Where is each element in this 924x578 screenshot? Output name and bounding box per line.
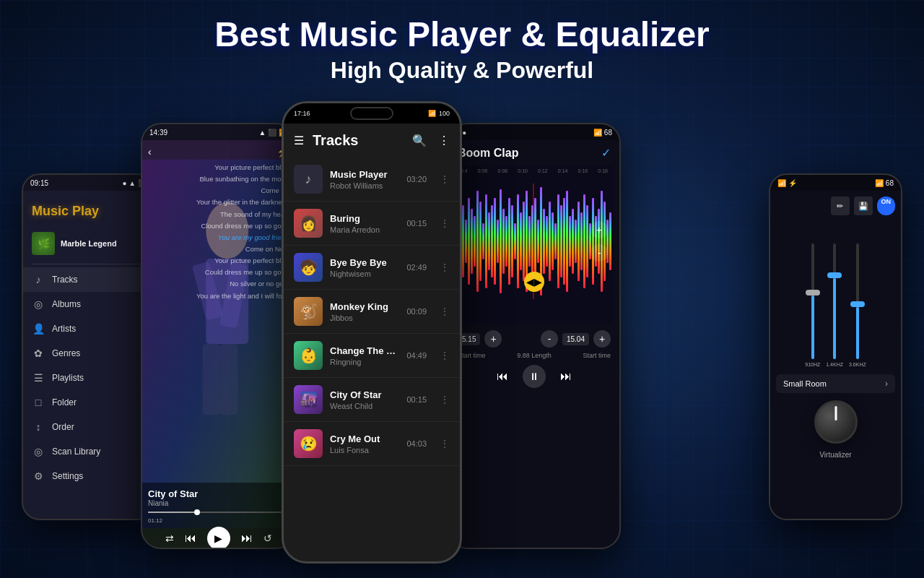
room-type-selector[interactable]: Small Room › xyxy=(776,374,895,393)
zoom-out-button[interactable]: - xyxy=(590,244,608,262)
track-item-6[interactable]: 🌆 City Of Star Weast Child 00:15 ⋮ xyxy=(284,378,460,422)
track-item-2[interactable]: 👩 Buring Maria Arredon 00:15 ⋮ xyxy=(284,202,460,246)
lyrics-line-highlight: You are my good friend xyxy=(196,232,289,243)
main-subtitle: High Quality & Powerful xyxy=(0,57,924,84)
svg-rect-42 xyxy=(557,194,559,288)
track-thumb-person-2: 👩 xyxy=(300,215,318,232)
track-item-4[interactable]: 🐒 Monkey King Jibbos 00:09 ⋮ xyxy=(284,290,460,334)
track-more-2[interactable]: ⋮ xyxy=(440,217,450,229)
eq-start-plus[interactable]: + xyxy=(484,330,502,348)
sidebar-item-artists[interactable]: 👤 Artists xyxy=(23,316,154,341)
sidebar-item-genres[interactable]: ✿ Genres xyxy=(23,341,154,366)
svg-rect-28 xyxy=(517,194,519,288)
lyrics-shuffle-button[interactable]: ⇄ xyxy=(165,532,174,544)
lyrics-next-button[interactable]: ⏭ xyxy=(241,532,253,545)
track-thumb-person-3: 🧒 xyxy=(300,259,318,276)
zoom-in-button[interactable]: + xyxy=(590,221,608,238)
track-duration-6: 00:15 xyxy=(406,395,427,404)
eq-pause-button[interactable]: ⏸ xyxy=(523,365,546,388)
lyrics-line-5: The sound of my heart xyxy=(196,209,289,220)
track-name-7: Cry Me Out xyxy=(330,434,399,444)
eq-status-right: 📶 68 xyxy=(593,129,612,137)
settings-icon: ⚙ xyxy=(32,470,45,482)
battery-indicator: 100 xyxy=(439,110,450,117)
lyrics-line-9: Could dress me up so good xyxy=(196,267,289,278)
sidebar-status-bar: 09:15 ● ▲ ⬛ xyxy=(23,175,154,191)
track-more-5[interactable]: ⋮ xyxy=(440,350,450,361)
track-more-3[interactable]: ⋮ xyxy=(440,262,450,273)
search-icon[interactable]: 🔍 xyxy=(412,134,427,147)
lyrics-repeat-button[interactable]: ↺ xyxy=(263,532,272,544)
track-thumb-person-5: 👶 xyxy=(300,347,318,364)
hamburger-menu-icon[interactable]: ☰ xyxy=(294,134,304,147)
fader-rail-1 xyxy=(811,243,814,359)
lyrics-line-7: Come on Now xyxy=(196,243,289,255)
virt-toggle-on[interactable]: ON xyxy=(877,197,896,215)
overflow-menu-icon[interactable]: ⋮ xyxy=(438,134,450,147)
track-artist-1: Robot Williams xyxy=(330,181,399,190)
eq-labels-row: Start time 9.88 Length Start time xyxy=(458,352,611,359)
sidebar-label-settings: Settings xyxy=(52,471,83,481)
fader-handle-2[interactable] xyxy=(827,272,842,278)
track-more-6[interactable]: ⋮ xyxy=(440,394,450,405)
svg-rect-45 xyxy=(566,191,568,292)
lyrics-line-3: Come on xyxy=(196,185,289,197)
sidebar-item-order[interactable]: ↕ Order xyxy=(23,415,154,439)
lyrics-back-button[interactable]: ‹ xyxy=(148,146,152,158)
fader-handle-3[interactable] xyxy=(850,301,865,307)
svg-rect-40 xyxy=(552,212,554,270)
virtualizer-knob[interactable] xyxy=(814,400,858,444)
sidebar-item-tracks[interactable]: ♪ Tracks xyxy=(23,267,154,292)
waveform-timeline: 0:4 0:06 0:08 0:10 0:12 0:14 0:16 0:18 xyxy=(455,165,614,176)
svg-rect-16 xyxy=(482,223,484,259)
sidebar-item-scan[interactable]: ◎ Scan Library xyxy=(23,439,154,464)
fader-label-3: 3.6KHZ xyxy=(849,362,866,367)
sidebar-logo: Music Play xyxy=(23,197,154,226)
sidebar-label-order: Order xyxy=(52,422,74,432)
eq-time-section: 5.15 + - 15.04 + Start time 9.88 Length … xyxy=(449,324,619,394)
track-item-5[interactable]: 👶 Change The World Ringning 04:49 ⋮ xyxy=(284,334,460,378)
timeline-2: 0:08 xyxy=(498,168,508,173)
svg-rect-48 xyxy=(575,220,577,263)
virt-save-button[interactable]: 💾 xyxy=(854,197,873,215)
eq-end-minus[interactable]: - xyxy=(541,330,558,348)
fader-handle-1[interactable] xyxy=(806,290,820,296)
lyrics-progress-bar[interactable] xyxy=(148,512,289,513)
lyrics-prev-button[interactable]: ⏮ xyxy=(185,532,196,545)
virt-edit-button[interactable]: ✏ xyxy=(831,197,850,215)
lyrics-artist: Niania xyxy=(148,499,289,507)
track-item-1[interactable]: ♪ Music Player Robot Williams 03:20 ⋮ xyxy=(284,158,460,202)
eq-prev-button[interactable]: ⏮ xyxy=(497,370,508,383)
eq-header: Boom Clap ✓ xyxy=(449,140,619,165)
fader-fill-1 xyxy=(811,296,814,359)
eq-status-bar: 7 ● 📶 68 xyxy=(449,124,619,140)
nav-position-dot[interactable]: ◀▶ xyxy=(524,272,544,292)
header-action-icons: 🔍 ⋮ xyxy=(412,134,450,147)
track-name-1: Music Player xyxy=(330,169,399,180)
sidebar-item-settings[interactable]: ⚙ Settings xyxy=(23,464,154,488)
fader-36khz: 3.6KHZ xyxy=(849,243,866,367)
sidebar-album-item[interactable]: 🌿 Marble Legend xyxy=(23,226,154,261)
eq-next-button[interactable]: ⏭ xyxy=(560,370,572,383)
svg-rect-29 xyxy=(520,212,522,270)
svg-rect-52 xyxy=(586,205,588,277)
lyrics-play-button[interactable]: ▶ xyxy=(207,527,230,548)
track-more-1[interactable]: ⋮ xyxy=(440,173,450,185)
fader-910hz: 910HZ xyxy=(805,243,820,367)
sidebar-item-albums[interactable]: ◎ Albums xyxy=(23,292,154,316)
track-more-7[interactable]: ⋮ xyxy=(440,438,450,449)
zoom-controls: + - xyxy=(590,221,608,262)
order-icon: ↕ xyxy=(32,421,45,433)
track-more-4[interactable]: ⋮ xyxy=(440,306,450,317)
sidebar-item-folder[interactable]: □ Folder xyxy=(23,390,154,415)
lyrics-status-bar: 14:39 ▲ ⬛ 📶 xyxy=(142,124,295,140)
track-name-6: City Of Star xyxy=(330,389,399,400)
eq-end-plus[interactable]: + xyxy=(593,330,611,348)
track-item-3[interactable]: 🧒 Bye Bye Bye Nightwisem 02:49 ⋮ xyxy=(284,246,460,290)
svg-rect-17 xyxy=(485,194,487,288)
room-type-label: Small Room xyxy=(783,379,827,388)
sidebar-item-playlists[interactable]: ☰ Playlists xyxy=(23,366,154,390)
svg-rect-47 xyxy=(572,209,574,274)
track-item-7[interactable]: 😢 Cry Me Out Luis Fonsa 04:03 ⋮ xyxy=(284,422,460,466)
eq-end-field[interactable]: 15.04 xyxy=(562,333,589,345)
